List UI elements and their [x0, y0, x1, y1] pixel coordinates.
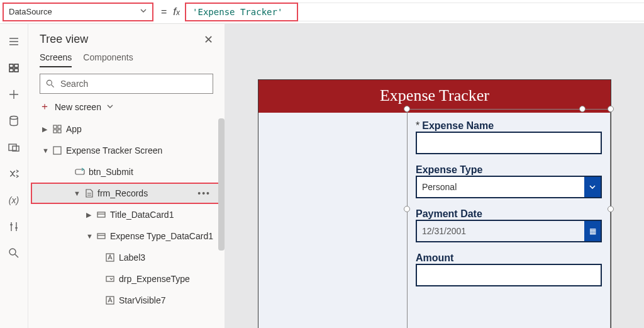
expense-type-select[interactable]: Personal [416, 176, 602, 198]
tree-node-label: Expense Type_DataCard1 [110, 231, 213, 241]
tab-components[interactable]: Components [83, 52, 133, 67]
left-rail: (x) [0, 24, 28, 328]
tree-node-label: Label3 [119, 252, 145, 263]
variables-icon[interactable]: (x) [8, 194, 20, 206]
svg-point-3 [9, 249, 16, 255]
property-selector[interactable]: DataSource [3, 3, 153, 21]
select-value: Personal [422, 182, 457, 192]
hamburger-icon[interactable] [8, 35, 20, 48]
tree-view-title: Tree view [40, 33, 88, 46]
more-icon[interactable]: ••• [197, 188, 217, 198]
new-screen-label: New screen [55, 102, 101, 112]
chevron-down-icon [106, 102, 114, 112]
tree-node-label: Title_DataCard1 [110, 210, 174, 220]
tree-node-label: drp_ExpenseType [119, 274, 190, 284]
formula-text: 'Expense Tracker' [192, 7, 282, 17]
svg-rect-8 [58, 130, 61, 133]
dropdown-icon [105, 274, 115, 284]
datacard-icon [96, 210, 106, 220]
tree-node-drp[interactable]: drp_ExpenseType [28, 268, 225, 290]
app-preview: Expense Tracker *Expense Name Expense Ty… [258, 79, 611, 328]
formula-bar: DataSource = fx 'Expense Tracker' [0, 0, 644, 24]
media-icon[interactable] [8, 141, 20, 154]
data-icon[interactable] [8, 115, 20, 127]
chevron-right-icon: ▶ [42, 125, 48, 133]
scrollbar[interactable] [218, 118, 225, 251]
tree-node-label: btn_Submit [89, 167, 133, 177]
resize-handle[interactable] [404, 206, 410, 212]
button-icon [75, 167, 85, 177]
canvas[interactable]: Expense Tracker *Expense Name Expense Ty… [225, 24, 644, 328]
close-icon[interactable]: ✕ [204, 34, 213, 45]
svg-rect-5 [53, 125, 57, 128]
tools-icon[interactable] [8, 220, 20, 233]
tab-screens[interactable]: Screens [40, 52, 72, 67]
tree-node-label3[interactable]: Label3 [28, 247, 225, 268]
formula-input[interactable]: 'Expense Tracker' [185, 3, 298, 21]
flows-icon[interactable] [8, 167, 20, 180]
label-icon [105, 295, 115, 305]
chevron-down-icon: ▼ [86, 232, 92, 240]
tree-node-type-card[interactable]: ▼ Expense Type_DataCard1 [28, 225, 225, 247]
form-selection-outline[interactable] [407, 109, 611, 328]
new-screen-button[interactable]: ＋ New screen [28, 98, 225, 118]
tree-node-label: App [66, 124, 82, 134]
label-icon [105, 252, 115, 263]
chevron-right-icon: ▶ [86, 211, 92, 219]
svg-point-0 [10, 116, 18, 120]
svg-point-4 [47, 80, 52, 85]
date-value: 12/31/2001 [422, 226, 466, 236]
tree-node-label: Expense Tracker Screen [66, 145, 162, 156]
property-selector-value: DataSource [9, 7, 52, 16]
tree-node-frm-records[interactable]: ▼ frm_Records ••• [31, 183, 222, 204]
svg-rect-12 [97, 234, 105, 239]
chevron-down-icon [584, 177, 601, 197]
search-input[interactable]: Search [40, 74, 213, 94]
plus-icon: ＋ [40, 100, 50, 113]
svg-rect-11 [97, 212, 105, 217]
svg-rect-7 [53, 130, 57, 133]
tree-node-star[interactable]: StarVisible7 [28, 290, 225, 311]
search-icon[interactable] [8, 247, 20, 259]
resize-handle[interactable] [608, 206, 614, 212]
svg-rect-6 [58, 125, 61, 128]
search-icon [45, 79, 55, 89]
tree-node-app[interactable]: ▶ App [28, 118, 225, 140]
tree-view-panel: Tree view ✕ Screens Components Search ＋ … [28, 24, 225, 328]
app-header: Expense Tracker [258, 80, 611, 113]
datacard-icon [96, 231, 106, 241]
formula-input-rest[interactable] [298, 3, 644, 21]
insert-icon[interactable] [8, 88, 20, 101]
tree-node-label: StarVisible7 [119, 295, 165, 305]
chevron-down-icon: ▼ [42, 147, 48, 154]
svg-rect-9 [53, 147, 61, 154]
screen-icon [52, 145, 62, 156]
payment-date-input[interactable]: 12/31/2001 ▦ [416, 220, 602, 242]
tree-node-btn-submit[interactable]: btn_Submit [28, 161, 225, 183]
tree-scroll: ▶ App ▼ Expense Tracker Screen btn_Submi… [28, 118, 225, 328]
svg-rect-14 [106, 276, 114, 281]
tree-node-title-card[interactable]: ▶ Title_DataCard1 [28, 204, 225, 225]
app-icon [52, 124, 62, 134]
calendar-icon: ▦ [584, 221, 601, 241]
search-placeholder: Search [60, 79, 88, 89]
resize-handle[interactable] [579, 106, 586, 112]
tree-node-label: frm_Records [97, 188, 148, 198]
resize-handle[interactable] [404, 106, 410, 112]
form-icon [84, 188, 94, 198]
fx-icon[interactable]: fx [173, 6, 185, 18]
chevron-down-icon [140, 7, 147, 16]
chevron-down-icon: ▼ [74, 189, 80, 197]
equals-sign: = [155, 6, 173, 18]
tree-view-icon[interactable] [8, 62, 20, 74]
resize-handle[interactable] [608, 106, 614, 112]
tree-node-screen[interactable]: ▼ Expense Tracker Screen [28, 140, 225, 161]
